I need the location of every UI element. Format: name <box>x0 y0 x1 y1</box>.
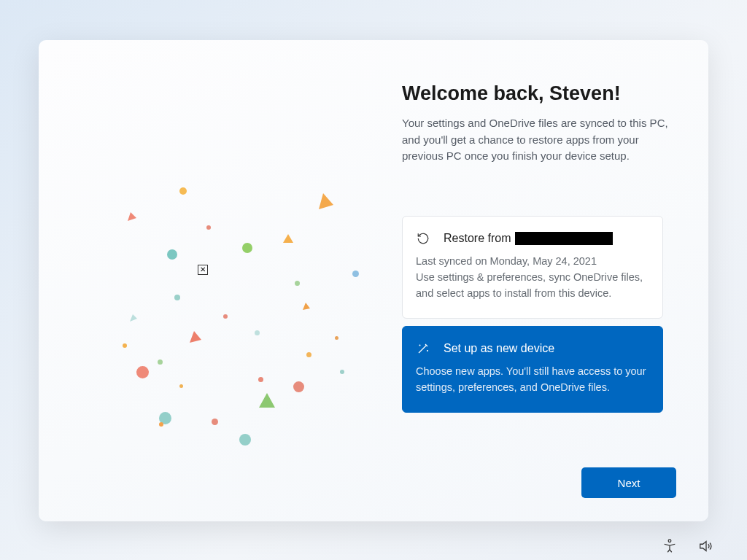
svg-marker-4 <box>190 331 201 343</box>
next-button[interactable]: Next <box>581 467 676 498</box>
svg-point-7 <box>419 345 420 346</box>
confetti-dot <box>295 281 300 286</box>
svg-point-8 <box>427 350 428 351</box>
confetti-triangle <box>259 393 275 408</box>
image-placeholder-icon: ✕ <box>198 265 208 275</box>
confetti-dot <box>223 314 228 319</box>
option-restore-synced: Last synced on Monday, May 24, 2021 <box>416 253 648 269</box>
svg-marker-5 <box>303 303 310 310</box>
illustration-pane: ✕ <box>39 40 374 521</box>
taskbar-icons <box>662 538 714 554</box>
oobe-card: ✕ Welcome back, Steven! Your settings an… <box>39 40 708 521</box>
option-restore-desc: Use settings & preferences, sync OneDriv… <box>416 269 648 302</box>
page-subtitle: Your settings and OneDrive files are syn… <box>402 115 673 165</box>
confetti-triangle <box>314 192 335 212</box>
confetti-dot <box>179 187 187 195</box>
svg-marker-1 <box>128 212 136 221</box>
confetti-dot <box>239 434 251 446</box>
volume-icon[interactable] <box>698 538 714 554</box>
svg-marker-3 <box>130 314 137 322</box>
svg-marker-10 <box>700 542 706 551</box>
confetti-triangle <box>130 314 139 323</box>
confetti-triangle <box>188 330 203 344</box>
svg-point-9 <box>668 540 671 542</box>
confetti-dot <box>340 370 344 374</box>
confetti-dot <box>136 366 149 378</box>
option-new-device-desc: Choose new apps. You'll still have acces… <box>416 363 648 396</box>
option-restore-title: Restore from <box>444 232 613 245</box>
confetti-dot <box>174 295 180 300</box>
confetti-dot <box>206 225 211 230</box>
confetti-dot <box>293 381 304 392</box>
confetti-triangle <box>126 211 138 222</box>
confetti-dot <box>352 271 359 277</box>
confetti-dot <box>158 359 163 365</box>
accessibility-icon[interactable] <box>662 538 678 554</box>
confetti-dot <box>212 419 218 425</box>
option-new-device-title: Set up as new device <box>444 342 554 355</box>
redacted-device-name <box>515 232 613 245</box>
confetti-dot <box>255 330 260 335</box>
content-pane: Welcome back, Steven! Your settings and … <box>374 40 708 521</box>
confetti-dot <box>242 243 252 253</box>
svg-marker-0 <box>319 193 333 209</box>
confetti-triangle <box>283 234 293 243</box>
confetti-dot <box>159 422 163 427</box>
wand-icon <box>416 341 430 356</box>
option-restore[interactable]: Restore from Last synced on Monday, May … <box>402 216 663 319</box>
confetti-dot <box>167 249 177 260</box>
option-restore-title-prefix: Restore from <box>444 232 511 245</box>
confetti-dot <box>258 377 263 382</box>
option-new-device[interactable]: Set up as new device Choose new apps. Yo… <box>402 326 663 413</box>
confetti-dot <box>179 384 183 388</box>
svg-marker-6 <box>259 393 275 408</box>
page-title: Welcome back, Steven! <box>402 82 673 105</box>
confetti-dot <box>306 352 311 357</box>
restore-icon <box>416 231 430 246</box>
confetti-triangle <box>303 303 311 311</box>
confetti-dot <box>123 343 127 348</box>
svg-marker-2 <box>283 234 293 243</box>
confetti-dot <box>335 336 338 340</box>
